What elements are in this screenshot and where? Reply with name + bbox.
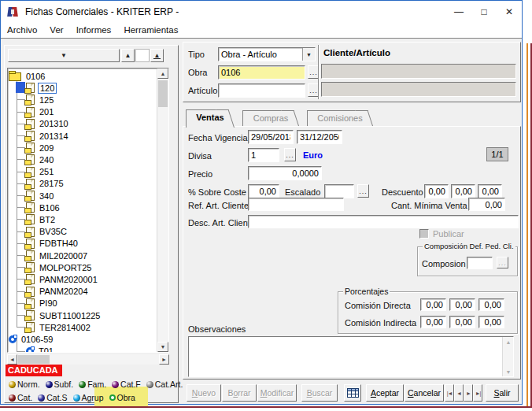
maximize-button[interactable]: □ xyxy=(471,1,497,22)
nav-last-button[interactable]: ►| xyxy=(473,384,482,402)
grid-view-button[interactable] xyxy=(344,384,361,402)
tree-item-MIL2020007[interactable]: MIL2020007 xyxy=(26,250,89,261)
tree-item-340[interactable]: 340 xyxy=(26,190,55,202)
divisa-browse-button[interactable]: ... xyxy=(284,148,296,161)
buscar-button[interactable]: Buscar xyxy=(301,384,338,402)
comision-directa-field-1[interactable] xyxy=(420,298,446,311)
tree-item-T01[interactable]: T01 xyxy=(26,346,55,352)
tipo-value: Obra - Artículo xyxy=(219,50,302,59)
comision-indirecta-field-3[interactable] xyxy=(478,316,504,328)
scrollbar-thumb[interactable] xyxy=(158,80,168,107)
legend-label: Obra xyxy=(117,393,135,402)
nav-prev-button[interactable]: ◄ xyxy=(454,384,464,402)
tree-item-201310[interactable]: 201310 xyxy=(26,118,70,130)
tree-up-button[interactable]: ▲ xyxy=(121,49,135,62)
modificar-button[interactable]: Modificar xyxy=(257,384,297,402)
divisa-field[interactable] xyxy=(248,148,279,162)
composicion-browse-button[interactable]: ... xyxy=(497,257,508,268)
ref-art-field[interactable] xyxy=(248,198,344,211)
open-folder-icon xyxy=(9,72,21,81)
tree-item-0106-59[interactable]: 0106-59 xyxy=(9,333,54,345)
borrar-button[interactable]: Borrar xyxy=(222,384,257,402)
tree-item-SUBT11001225[interactable]: SUBT11001225 xyxy=(26,309,102,321)
scroll-up-button[interactable]: ▲ xyxy=(157,68,168,79)
chevron-down-icon[interactable]: ▼ xyxy=(302,48,315,61)
escalado-browse-button[interactable]: ... xyxy=(357,184,369,198)
tree-item-0106[interactable]: 0106 xyxy=(9,70,46,82)
fecha-vigencia-label: Fecha Vigencia xyxy=(188,133,248,143)
tree-dropdown-button[interactable]: ▼ xyxy=(8,49,120,62)
tree-item-B106[interactable]: B106 xyxy=(26,202,61,213)
tree-item-label: B106 xyxy=(38,203,61,213)
escalado-label: Escalado xyxy=(285,187,320,197)
comision-indirecta-field-1[interactable] xyxy=(420,316,446,328)
fecha-hasta-field[interactable] xyxy=(297,130,342,144)
articulo-field[interactable] xyxy=(218,83,305,98)
tree-vertical-scrollbar[interactable]: ▲ ▼ xyxy=(157,68,168,352)
menu-item-informes[interactable]: Informes xyxy=(70,25,118,35)
cancelar-button[interactable]: Cancelar xyxy=(405,384,444,402)
scrollbar-thumb[interactable] xyxy=(18,355,50,364)
scroll-left-button[interactable]: ◄ xyxy=(7,354,17,365)
nav-first-button[interactable]: |◄ xyxy=(445,384,454,402)
desc-art-field[interactable] xyxy=(248,215,519,228)
menu-item-ver[interactable]: Ver xyxy=(43,25,69,35)
observaciones-area: ▲ ▼ xyxy=(188,336,514,377)
minimize-button[interactable]: — xyxy=(446,1,471,22)
menubar: Archivo Ver Informes Herramientas xyxy=(1,22,522,39)
tree-item-201314[interactable]: 201314 xyxy=(26,130,70,142)
composicion-field[interactable] xyxy=(467,257,493,269)
observaciones-textarea[interactable] xyxy=(189,337,502,376)
cant-minima-field[interactable] xyxy=(468,198,505,211)
tree-item-120[interactable]: 120 xyxy=(26,82,57,94)
close-button[interactable]: ✕ xyxy=(497,1,522,22)
scroll-left-icon: ◄ xyxy=(9,357,15,362)
aceptar-button[interactable]: Aceptar xyxy=(366,384,404,402)
tree-item-TER2814002[interactable]: TER2814002 xyxy=(26,321,92,333)
tab-ventas[interactable]: Ventas xyxy=(186,109,235,128)
tree-top-button[interactable]: ▲ xyxy=(150,49,164,62)
publicar-label: Publicar xyxy=(433,229,464,239)
descuento-field-3[interactable] xyxy=(478,184,502,198)
tab-comisiones[interactable]: Comisiones xyxy=(307,110,373,126)
nuevo-button[interactable]: Nuevo xyxy=(187,384,221,402)
tree-item-240[interactable]: 240 xyxy=(26,154,55,165)
menu-item-herramientas[interactable]: Herramientas xyxy=(117,25,184,35)
scroll-up-icon[interactable]: ▲ xyxy=(503,337,514,346)
escalado-field[interactable] xyxy=(324,184,354,198)
tree-item-209[interactable]: 209 xyxy=(26,142,55,154)
fecha-desde-field[interactable] xyxy=(248,130,294,144)
comision-indirecta-field-2[interactable] xyxy=(449,316,475,328)
nav-next-button[interactable]: ► xyxy=(464,384,473,402)
tree-item-28175[interactable]: 28175 xyxy=(26,178,65,190)
tree-item-FDBTH40[interactable]: FDBTH40 xyxy=(26,238,79,250)
sobre-coste-field[interactable] xyxy=(248,184,279,198)
legend-color-icon xyxy=(79,381,86,388)
tree-item-PANM2020001[interactable]: PANM2020001 xyxy=(26,273,99,285)
obra-field[interactable] xyxy=(218,65,305,80)
scroll-right-button[interactable]: ► xyxy=(159,354,169,365)
tree-item-BV35C[interactable]: BV35C xyxy=(26,226,68,238)
scroll-down-icon[interactable]: ▼ xyxy=(503,367,514,376)
tree-item-PI90[interactable]: PI90 xyxy=(26,298,59,309)
precio-field[interactable] xyxy=(248,166,322,180)
comision-directa-field-2[interactable] xyxy=(449,298,475,311)
comision-directa-field-3[interactable] xyxy=(478,298,504,311)
tree-item-125[interactable]: 125 xyxy=(26,94,55,106)
tree-item-MOLPORT25[interactable]: MOLPORT25 xyxy=(26,261,93,273)
tree-item-201[interactable]: 201 xyxy=(26,106,55,118)
tree-item-251[interactable]: 251 xyxy=(26,166,55,178)
tipo-combobox[interactable]: Obra - Artículo ▼ xyxy=(218,47,316,61)
document-icon xyxy=(26,202,35,213)
tree-item-BT2[interactable]: BT2 xyxy=(26,213,57,225)
salir-button[interactable]: Salir xyxy=(486,384,519,402)
descuento-field-2[interactable] xyxy=(451,184,475,198)
publicar-checkbox[interactable] xyxy=(419,229,429,239)
tree-item-PANM20204[interactable]: PANM20204 xyxy=(26,286,90,298)
tab-compras[interactable]: Compras xyxy=(242,110,299,126)
menu-item-archivo[interactable]: Archivo xyxy=(1,25,43,35)
tree-horizontal-scrollbar[interactable]: ◄ ► xyxy=(7,354,169,365)
observaciones-scrollbar[interactable]: ▲ ▼ xyxy=(502,337,513,376)
descuento-field-1[interactable] xyxy=(424,184,449,198)
scroll-down-button[interactable]: ▼ xyxy=(157,342,168,352)
